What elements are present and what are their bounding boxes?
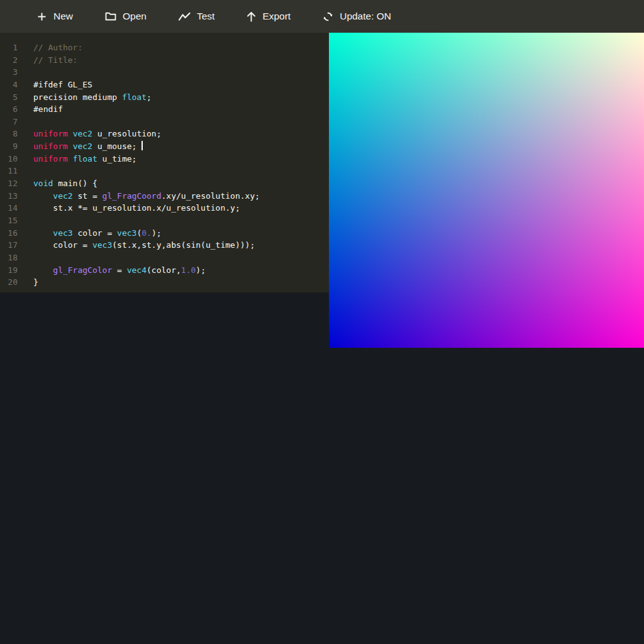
folder-icon bbox=[105, 11, 116, 21]
code-line: 3 bbox=[0, 66, 329, 79]
code-line-content: } bbox=[18, 276, 38, 289]
line-number: 17 bbox=[0, 239, 18, 252]
code-token-plain: = bbox=[112, 265, 126, 275]
code-line-content: // Title: bbox=[18, 54, 77, 67]
code-line-content: precision mediump float; bbox=[18, 91, 152, 104]
code-token-type: vec3 bbox=[117, 228, 136, 238]
code-line: 14 st.x *= u_resolution.x/u_resolution.y… bbox=[0, 202, 329, 214]
code-line: 19 gl_FragColor = vec4(color,1.0); bbox=[0, 264, 329, 277]
line-number: 16 bbox=[0, 227, 18, 240]
code-token-type: vec3 bbox=[92, 240, 112, 250]
open-button-label: Open bbox=[123, 11, 147, 22]
code-line: 12void main() { bbox=[0, 177, 329, 190]
code-line-content: // Author: bbox=[18, 42, 82, 54]
code-line-content: gl_FragColor = vec4(color,1.0); bbox=[18, 264, 206, 277]
shader-preview-canvas[interactable] bbox=[329, 33, 644, 348]
code-token-plain: ); bbox=[152, 228, 162, 238]
line-number: 20 bbox=[0, 276, 18, 289]
code-line: 13 vec2 st = gl_FragCoord.xy/u_resolutio… bbox=[0, 190, 329, 203]
code-token-keyword: uniform bbox=[33, 142, 68, 151]
shader-gradient-blue-layer bbox=[329, 33, 644, 348]
code-line-content: uniform vec2 u_resolution; bbox=[18, 128, 162, 140]
code-token-plain: #endif bbox=[33, 104, 63, 114]
editor-lines: 1// Author:2// Title:34#ifdef GL_ES5prec… bbox=[0, 42, 329, 289]
code-token-plain: color = bbox=[73, 228, 117, 238]
code-token-plain: u_mouse; bbox=[92, 142, 142, 151]
code-line: 17 color = vec3(st.x,st.y,abs(sin(u_time… bbox=[0, 239, 329, 252]
line-number: 11 bbox=[0, 165, 18, 177]
open-button[interactable]: Open bbox=[105, 11, 147, 22]
code-token-plain: } bbox=[33, 277, 38, 287]
code-line-content bbox=[18, 116, 33, 128]
code-token-number: 1.0 bbox=[181, 265, 196, 275]
export-button-label: Export bbox=[262, 11, 291, 22]
line-number: 8 bbox=[0, 128, 18, 140]
toolbar: New Open Test Export bbox=[0, 0, 644, 33]
text-cursor bbox=[142, 141, 143, 150]
code-token-type: float bbox=[73, 154, 97, 164]
code-token-plain: st.x *= u_resolution.x/u_resolution.y; bbox=[33, 203, 240, 213]
line-number: 4 bbox=[0, 79, 18, 91]
code-line-content: vec2 st = gl_FragCoord.xy/u_resolution.x… bbox=[18, 190, 260, 203]
code-token-plain: #ifdef GL_ES bbox=[33, 80, 92, 89]
code-token-plain bbox=[68, 142, 73, 151]
code-token-keyword: uniform bbox=[33, 154, 68, 164]
code-token-number: 0. bbox=[142, 228, 152, 238]
code-token-plain: color = bbox=[33, 240, 92, 250]
code-line-content: #ifdef GL_ES bbox=[18, 79, 92, 91]
code-token-plain: ; bbox=[147, 92, 152, 102]
line-number: 7 bbox=[0, 116, 18, 128]
code-line: 8uniform vec2 u_resolution; bbox=[0, 128, 329, 140]
code-token-plain: .xy/u_resolution.xy; bbox=[162, 191, 260, 201]
code-token-plain: main() { bbox=[53, 179, 97, 188]
code-token-type: float bbox=[122, 92, 147, 102]
code-token-plain bbox=[33, 265, 53, 275]
code-line: 20} bbox=[0, 276, 329, 289]
new-button[interactable]: New bbox=[36, 11, 73, 22]
line-number: 2 bbox=[0, 54, 18, 67]
code-line-content bbox=[18, 214, 33, 227]
code-token-plain: u_time; bbox=[97, 154, 137, 164]
code-editor[interactable]: 1// Author:2// Title:34#ifdef GL_ES5prec… bbox=[0, 33, 329, 292]
code-token-plain bbox=[33, 191, 53, 201]
code-line-content: uniform float u_time; bbox=[18, 153, 136, 165]
line-number: 18 bbox=[0, 252, 18, 264]
line-number: 3 bbox=[0, 66, 18, 79]
line-number: 14 bbox=[0, 202, 18, 214]
line-number: 12 bbox=[0, 177, 18, 190]
update-toggle-button[interactable]: Update: ON bbox=[323, 11, 391, 22]
line-number: 9 bbox=[0, 140, 18, 153]
code-token-plain: st = bbox=[73, 191, 103, 201]
code-token-type: vec2 bbox=[53, 191, 72, 201]
code-token-plain bbox=[68, 129, 73, 138]
code-line-content bbox=[18, 252, 33, 264]
code-token-plain bbox=[33, 228, 53, 238]
test-button-label: Test bbox=[197, 11, 214, 22]
code-token-comment: // Title: bbox=[33, 55, 77, 65]
update-toggle-label: Update: ON bbox=[340, 11, 391, 22]
code-line: 16 vec3 color = vec3(0.); bbox=[0, 227, 329, 240]
graph-icon bbox=[179, 12, 191, 21]
test-button[interactable]: Test bbox=[179, 11, 214, 22]
code-token-plain: (color, bbox=[147, 265, 181, 275]
code-line-content bbox=[18, 165, 33, 177]
line-number: 19 bbox=[0, 264, 18, 277]
code-token-type: void bbox=[33, 179, 53, 188]
code-token-type: vec4 bbox=[127, 265, 147, 275]
code-line-content: #endif bbox=[18, 103, 63, 116]
code-line: 4#ifdef GL_ES bbox=[0, 79, 329, 91]
line-number: 5 bbox=[0, 91, 18, 104]
code-token-type: vec3 bbox=[53, 228, 72, 238]
export-button[interactable]: Export bbox=[247, 11, 291, 22]
code-token-plain bbox=[68, 154, 73, 164]
plus-icon bbox=[36, 11, 47, 22]
code-line: 1// Author: bbox=[0, 42, 329, 54]
code-token-type: vec2 bbox=[73, 129, 92, 138]
code-token-type: vec2 bbox=[73, 142, 92, 151]
code-token-plain: u_resolution; bbox=[92, 129, 162, 138]
code-token-builtin: gl_FragCoord bbox=[103, 191, 162, 201]
sync-icon bbox=[323, 11, 333, 22]
line-number: 10 bbox=[0, 153, 18, 165]
line-number: 13 bbox=[0, 190, 18, 203]
code-token-comment: // Author: bbox=[33, 43, 82, 52]
